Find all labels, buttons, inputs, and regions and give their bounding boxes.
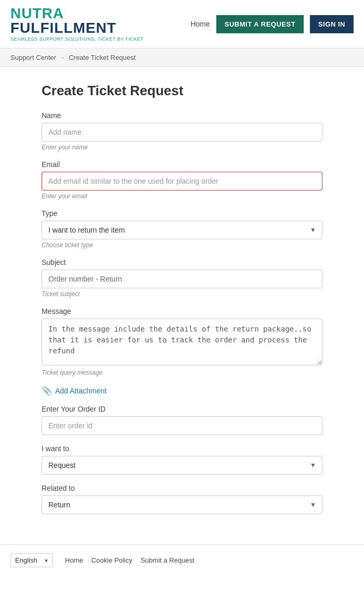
type-select[interactable]: I want to return the item I have a quest… [42, 221, 322, 239]
message-label: Message [42, 307, 322, 315]
footer-home-link[interactable]: Home [65, 556, 83, 564]
footer-links: Home Cookie Policy Submit a Request [65, 556, 194, 564]
language-selector-wrapper: English Spanish French ▼ [10, 553, 53, 567]
subject-hint: Ticket subject [42, 290, 322, 298]
add-attachment-label: Add Attachment [55, 387, 107, 395]
name-group: Name Enter your name [42, 111, 322, 151]
attachment-icon: 📎 [42, 386, 52, 396]
message-textarea[interactable]: In the message include the details of th… [42, 318, 322, 365]
name-input[interactable] [42, 123, 322, 142]
subject-group: Subject Ticket subject [42, 258, 322, 298]
email-label: Email [42, 160, 322, 169]
related-to-label: Related to [42, 484, 322, 492]
footer-submit-request-link[interactable]: Submit a Request [140, 556, 194, 564]
logo-text: NUTRA FULFILLMENT [10, 6, 144, 35]
footer-cookie-policy-link[interactable]: Cookie Policy [92, 556, 133, 564]
logo: NUTRA FULFILLMENT SEAMLESS SUPPORT SOLUT… [10, 6, 144, 42]
breadcrumb-separator: → [59, 54, 66, 61]
breadcrumb: Support Center → Create Ticket Request [0, 48, 364, 67]
subject-input[interactable] [42, 270, 322, 288]
name-hint: Enter your name [42, 144, 322, 151]
email-input[interactable] [42, 172, 322, 190]
type-label: Type [42, 209, 322, 218]
related-to-select[interactable]: Return Refund Exchange Shipping [42, 495, 322, 514]
page-title: Create Ticket Request [42, 83, 322, 99]
related-to-select-wrapper: Return Refund Exchange Shipping ▼ [42, 495, 322, 514]
i-want-to-label: I want to [42, 444, 322, 453]
type-hint: Choose ticket type [42, 241, 322, 249]
order-id-input[interactable] [42, 416, 322, 435]
language-selector[interactable]: English Spanish French [10, 553, 53, 567]
email-hint: Enter your email [42, 193, 322, 200]
footer: English Spanish French ▼ Home Cookie Pol… [0, 544, 364, 576]
logo-fulfillment: FULFILLMENT [10, 20, 116, 36]
main-content: Create Ticket Request Name Enter your na… [0, 67, 364, 544]
message-hint: Ticket query message [42, 369, 322, 376]
email-group: Email Enter your email [42, 160, 322, 200]
header: NUTRA FULFILLMENT SEAMLESS SUPPORT SOLUT… [0, 0, 364, 48]
i-want-to-group: I want to Request Cancel Return Exchange… [42, 444, 322, 475]
home-link[interactable]: Home [190, 20, 210, 28]
i-want-to-select[interactable]: Request Cancel Return Exchange [42, 456, 322, 475]
add-attachment-button[interactable]: 📎 Add Attachment [42, 386, 322, 396]
type-select-wrapper: I want to return the item I have a quest… [42, 221, 322, 239]
order-id-group: Enter Your Order ID [42, 405, 322, 435]
breadcrumb-current: Create Ticket Request [69, 54, 136, 61]
subject-label: Subject [42, 258, 322, 266]
name-label: Name [42, 111, 322, 120]
related-to-group: Related to Return Refund Exchange Shippi… [42, 484, 322, 514]
order-id-label: Enter Your Order ID [42, 405, 322, 413]
sign-in-button[interactable]: SIGN IN [310, 15, 354, 33]
type-group: Type I want to return the item I have a … [42, 209, 322, 249]
header-nav: Home SUBMIT A REQUEST SIGN IN [190, 15, 354, 33]
message-group: Message In the message include the detai… [42, 307, 322, 376]
logo-tagline: SEAMLESS SUPPORT SOLUTIONS, TICKET BY TI… [10, 36, 144, 42]
logo-nutra: NUTRA [10, 5, 64, 21]
i-want-to-select-wrapper: Request Cancel Return Exchange ▼ [42, 456, 322, 475]
submit-request-button[interactable]: SUBMIT A REQUEST [216, 15, 304, 33]
breadcrumb-support-center[interactable]: Support Center [10, 54, 56, 61]
